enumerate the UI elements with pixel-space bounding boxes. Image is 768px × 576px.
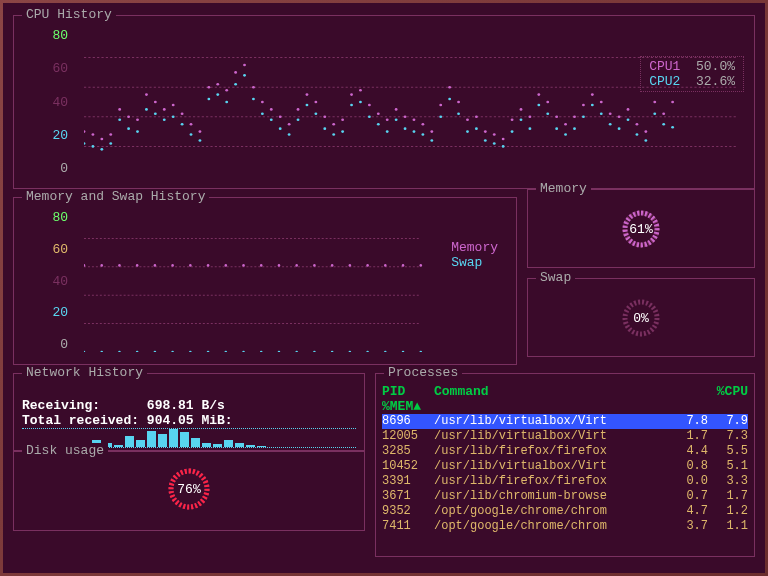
svg-point-8 [118, 108, 121, 111]
svg-point-87 [225, 101, 228, 104]
table-row[interactable]: 9352/opt/google/chrome/chrom4.71.2 [382, 504, 748, 519]
svg-point-44 [439, 104, 442, 107]
col-pid[interactable]: PID [382, 384, 434, 399]
svg-point-147 [171, 264, 174, 267]
svg-point-164 [118, 351, 121, 352]
svg-point-58 [564, 123, 567, 126]
table-row[interactable]: 12005/usr/lib/virtualbox/Virt1.77.3 [382, 429, 748, 444]
svg-point-158 [366, 264, 369, 267]
svg-point-143 [100, 264, 103, 267]
svg-point-78 [145, 108, 148, 111]
svg-point-174 [295, 351, 298, 352]
svg-point-137 [671, 126, 674, 129]
svg-point-120 [520, 118, 523, 121]
cpu-legend: CPU1 50.0% CPU2 32.6% [640, 56, 744, 92]
svg-point-157 [349, 264, 352, 267]
svg-point-9 [127, 116, 130, 119]
svg-point-23 [252, 86, 255, 89]
svg-point-75 [118, 118, 121, 121]
sort-indicator[interactable]: %MEM▲ [376, 399, 754, 414]
svg-point-62 [600, 101, 603, 104]
panel-title: Network History [22, 365, 147, 380]
svg-point-165 [136, 351, 139, 352]
network-history-panel: Network History Receiving: 698.81 B/s To… [13, 373, 365, 451]
svg-point-36 [368, 104, 371, 107]
svg-point-122 [537, 104, 540, 107]
svg-point-179 [384, 351, 387, 352]
svg-point-33 [341, 118, 344, 121]
svg-point-166 [154, 351, 157, 352]
col-cpu[interactable]: %CPU [668, 384, 748, 399]
svg-point-55 [537, 93, 540, 96]
svg-point-49 [484, 130, 487, 133]
table-row[interactable]: 8696/usr/lib/virtualbox/Virt7.87.9 [382, 414, 748, 429]
svg-point-57 [555, 116, 558, 119]
svg-point-84 [199, 139, 202, 142]
svg-point-73 [100, 148, 103, 151]
svg-point-117 [493, 142, 496, 145]
svg-point-68 [653, 101, 656, 104]
svg-point-56 [546, 101, 549, 104]
svg-point-34 [350, 93, 353, 96]
svg-point-59 [573, 116, 576, 119]
col-command[interactable]: Command [434, 384, 668, 399]
svg-point-71 [84, 142, 85, 145]
svg-point-77 [136, 130, 139, 133]
svg-point-148 [189, 264, 192, 267]
svg-point-7 [109, 133, 112, 136]
svg-point-81 [172, 116, 175, 119]
svg-point-162 [84, 351, 85, 352]
process-list[interactable]: 8696/usr/lib/virtualbox/Virt7.87.912005/… [376, 414, 754, 534]
svg-point-41 [413, 118, 416, 121]
svg-point-161 [419, 264, 422, 267]
table-row[interactable]: 7411/opt/google/chrome/chrom3.71.1 [382, 519, 748, 534]
svg-point-113 [457, 113, 460, 116]
svg-point-63 [609, 113, 612, 116]
svg-point-30 [314, 101, 317, 104]
table-row[interactable]: 3391/usr/lib/firefox/firefox0.03.3 [382, 474, 748, 489]
terminal-monitor: CPU History 80 60 40 20 0 CPU1 50.0% CPU… [3, 3, 765, 573]
svg-point-99 [332, 133, 335, 136]
svg-point-93 [279, 127, 282, 130]
svg-point-177 [349, 351, 352, 352]
svg-point-74 [109, 142, 112, 145]
svg-point-128 [591, 104, 594, 107]
memory-value: 61% [629, 221, 652, 236]
svg-point-171 [242, 351, 245, 352]
svg-point-18 [207, 86, 210, 89]
svg-point-131 [618, 127, 621, 130]
mem-yaxis: 80 60 40 20 0 [28, 210, 68, 352]
svg-point-51 [502, 138, 505, 141]
svg-point-150 [225, 264, 228, 267]
svg-point-88 [234, 83, 237, 86]
swap-gauge-panel: Swap 0% [527, 278, 755, 357]
svg-point-12 [154, 101, 157, 104]
svg-point-10 [136, 118, 139, 121]
svg-point-110 [430, 139, 433, 142]
svg-point-115 [475, 127, 478, 130]
svg-point-54 [528, 116, 531, 119]
svg-point-89 [243, 74, 246, 77]
svg-point-101 [350, 104, 353, 107]
svg-point-154 [295, 264, 298, 267]
svg-point-125 [564, 133, 567, 136]
svg-point-79 [154, 113, 157, 116]
svg-point-40 [404, 116, 407, 119]
svg-point-144 [118, 264, 121, 267]
table-row[interactable]: 3671/usr/lib/chromium-browse0.71.7 [382, 489, 748, 504]
svg-point-15 [181, 113, 184, 116]
svg-point-20 [225, 89, 228, 92]
svg-point-121 [528, 127, 531, 130]
panel-title: CPU History [22, 7, 116, 22]
svg-point-28 [297, 108, 300, 111]
svg-point-176 [331, 351, 334, 352]
svg-point-114 [466, 130, 469, 133]
network-stats: Receiving: 698.81 B/s Total received: 90… [22, 398, 233, 428]
table-row[interactable]: 10452/usr/lib/virtualbox/Virt0.85.1 [382, 459, 748, 474]
svg-point-90 [252, 98, 255, 101]
svg-point-83 [190, 133, 193, 136]
svg-point-97 [314, 113, 317, 116]
svg-point-72 [92, 145, 95, 148]
table-row[interactable]: 3285/usr/lib/firefox/firefox4.45.5 [382, 444, 748, 459]
svg-point-38 [386, 118, 389, 121]
